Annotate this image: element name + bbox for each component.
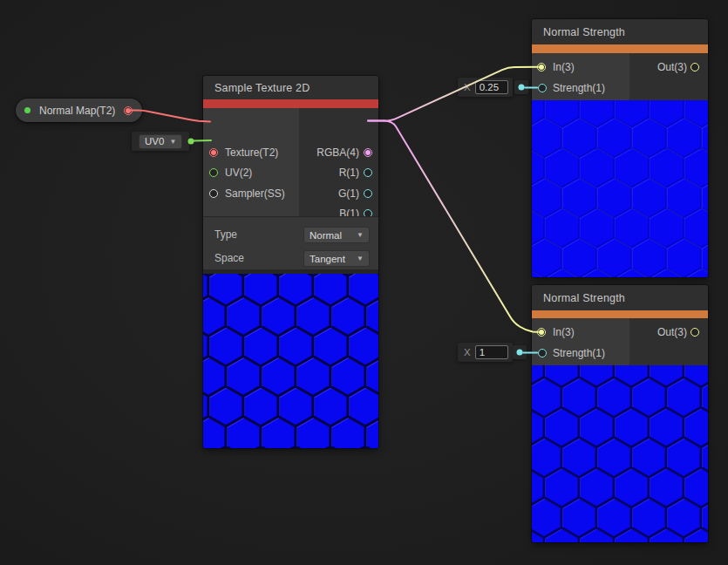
node-title: Normal Strength — [532, 19, 708, 44]
port-label-texture: Texture(T2) — [225, 146, 278, 159]
texture-preview-sample — [203, 274, 378, 448]
texture-preview-strength-low — [532, 100, 708, 277]
property-node-normal-map[interactable]: Normal Map(T2) — [16, 99, 142, 122]
port-g[interactable] — [364, 189, 372, 198]
chevron-down-icon: ▼ — [357, 231, 364, 239]
strength-value-input-bottom[interactable] — [475, 345, 508, 359]
port-label-g: G(1) — [338, 187, 359, 200]
uv-channel-dropdown[interactable]: UV0 ▼ — [139, 134, 182, 149]
port-out[interactable] — [691, 328, 699, 337]
category-bar-input — [203, 99, 378, 108]
node-title: Sample Texture 2D — [203, 76, 378, 99]
node-normal-strength-bottom[interactable]: Normal Strength In(3) Strength(1) Out(3) — [532, 285, 708, 542]
port-strength[interactable] — [538, 349, 547, 357]
category-bar-artistic — [532, 44, 708, 53]
port-rgba[interactable] — [364, 148, 372, 157]
control-label-type: Type — [214, 228, 237, 241]
port-sampler[interactable] — [209, 189, 218, 198]
port-out[interactable] — [691, 63, 699, 71]
port-r[interactable] — [364, 168, 372, 177]
chevron-down-icon: ▼ — [169, 138, 176, 146]
control-label-space: Space — [214, 252, 244, 264]
port-label-sampler: Sampler(SS) — [225, 187, 285, 200]
port-uv[interactable] — [209, 168, 218, 177]
space-dropdown[interactable]: Tangent ▼ — [303, 250, 370, 267]
type-dropdown[interactable]: Normal ▼ — [303, 227, 370, 243]
strength-widget-connector-dot — [517, 350, 523, 356]
port-label-in: In(3) — [553, 326, 575, 338]
strength-widget-connector-dot — [519, 85, 525, 91]
port-strength[interactable] — [538, 84, 547, 92]
property-node-label: Normal Map(T2) — [39, 105, 115, 117]
texture-preview-strength-full — [532, 365, 708, 542]
node-sample-texture-2d[interactable]: Sample Texture 2D Texture(T2) UV(2) Samp… — [203, 76, 378, 448]
shader-graph-canvas[interactable]: Normal Map(T2) UV0 ▼ Sample Texture 2D T… — [0, 0, 728, 565]
port-in[interactable] — [537, 328, 546, 337]
uv-widget-connector-dot — [188, 138, 194, 144]
port-in[interactable] — [537, 63, 546, 71]
x-component-label: X — [464, 82, 471, 92]
uv-default-widget: UV0 ▼ — [132, 132, 189, 151]
chevron-down-icon: ▼ — [357, 255, 364, 262]
port-label-uv: UV(2) — [225, 167, 252, 179]
node-normal-strength-top[interactable]: Normal Strength In(3) Strength(1) Out(3) — [532, 19, 708, 277]
category-bar-artistic — [532, 310, 708, 318]
port-label-strength: Strength(1) — [553, 82, 605, 94]
port-label-rgba: RGBA(4) — [316, 146, 359, 159]
port-texture[interactable] — [209, 148, 218, 157]
port-label-in: In(3) — [553, 61, 575, 73]
port-label-r: R(1) — [339, 167, 359, 179]
node-title: Normal Strength — [532, 285, 708, 310]
space-dropdown-value: Tangent — [310, 254, 345, 264]
strength-default-widget-top: X — [458, 78, 513, 97]
input-ports-column — [203, 108, 299, 216]
port-label-out: Out(3) — [657, 61, 687, 73]
uv-channel-value: UV0 — [145, 136, 164, 146]
property-dot-icon — [24, 107, 31, 113]
edge-rgba-to-in-bottom[interactable] — [368, 121, 538, 332]
x-component-label: X — [464, 347, 471, 357]
port-label-strength: Strength(1) — [553, 347, 605, 359]
type-dropdown-value: Normal — [310, 230, 342, 241]
strength-value-input-top[interactable] — [475, 80, 508, 94]
port-label-out: Out(3) — [657, 326, 687, 338]
strength-default-widget-bottom: X — [458, 343, 513, 362]
port-normal-map-output[interactable] — [124, 106, 133, 115]
